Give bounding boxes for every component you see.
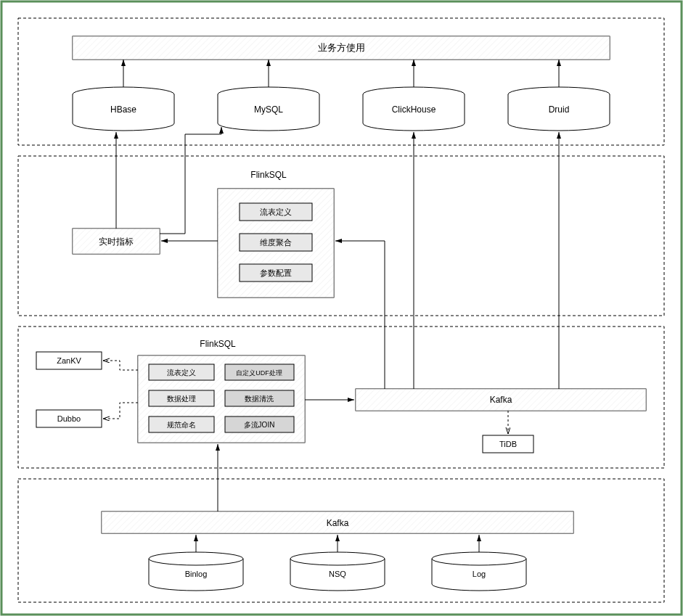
svg-point-37 (149, 552, 243, 565)
svg-text:自定义UDF处理: 自定义UDF处理 (236, 369, 282, 377)
svg-point-41 (290, 552, 385, 565)
svg-text:数据处理: 数据处理 (167, 395, 196, 403)
svg-point-45 (432, 552, 526, 565)
svg-text:Binlog: Binlog (185, 570, 208, 578)
cylinder-log: Log (432, 552, 526, 591)
cylinder-mysql: MySQL (218, 87, 319, 131)
svg-text:Kafka: Kafka (490, 395, 512, 405)
svg-text:数据清洗: 数据清洗 (245, 395, 274, 403)
mysql-label: MySQL (254, 104, 283, 115)
flinksql-title-1: FlinkSQL (250, 170, 287, 180)
svg-text:Log: Log (473, 570, 486, 578)
svg-text:维度聚合: 维度聚合 (260, 238, 292, 247)
svg-text:NSQ: NSQ (329, 570, 346, 578)
cylinder-hbase: HBase (73, 87, 174, 131)
realtime-label: 实时指标 (99, 237, 134, 247)
cylinder-nsq: NSQ (290, 552, 385, 591)
svg-text:参数配置: 参数配置 (260, 268, 292, 277)
clickhouse-label: ClickHouse (392, 104, 436, 115)
druid-label: Druid (549, 104, 570, 115)
svg-text:TiDB: TiDB (499, 440, 517, 448)
group-sources (18, 479, 664, 602)
svg-text:流表定义: 流表定义 (167, 369, 196, 377)
arrow-to-zankv (103, 361, 138, 370)
cylinder-binlog: Binlog (149, 552, 243, 591)
svg-text:规范命名: 规范命名 (167, 421, 196, 429)
svg-text:Kafka: Kafka (327, 518, 349, 528)
cylinder-druid: Druid (508, 87, 610, 131)
svg-text:ZanKV: ZanKV (57, 356, 81, 365)
hbase-label: HBase (110, 104, 136, 115)
flinksql-title-2: FlinkSQL (200, 339, 236, 349)
svg-text:多流JOIN: 多流JOIN (244, 421, 275, 429)
consumer-bar-label: 业务方使用 (318, 42, 365, 53)
svg-text:流表定义: 流表定义 (260, 208, 292, 216)
arrow-to-dubbo (103, 403, 138, 419)
arrow-realtime-to-mysql (160, 127, 221, 234)
cylinder-clickhouse: ClickHouse (363, 87, 465, 131)
svg-text:Dubbo: Dubbo (57, 414, 81, 423)
